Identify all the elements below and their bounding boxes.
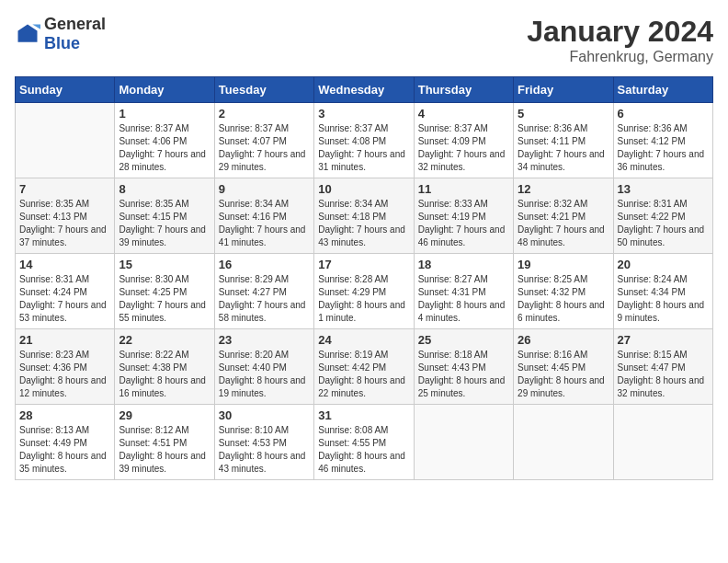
- weekday-header-cell: Wednesday: [314, 77, 414, 103]
- day-info: Sunrise: 8:15 AMSunset: 4:47 PMDaylight:…: [618, 349, 709, 400]
- calendar-body: 1Sunrise: 8:37 AMSunset: 4:06 PMDaylight…: [16, 103, 713, 480]
- weekday-header-cell: Monday: [115, 77, 214, 103]
- day-number: 16: [219, 258, 310, 271]
- calendar-day-cell: [514, 405, 613, 480]
- day-info: Sunrise: 8:33 AMSunset: 4:19 PMDaylight:…: [418, 198, 509, 249]
- calendar-day-cell: 24Sunrise: 8:19 AMSunset: 4:42 PMDayligh…: [314, 329, 414, 405]
- day-number: 19: [518, 258, 609, 271]
- calendar-day-cell: 9Sunrise: 8:34 AMSunset: 4:16 PMDaylight…: [214, 178, 313, 254]
- calendar-day-cell: 18Sunrise: 8:27 AMSunset: 4:31 PMDayligh…: [414, 254, 513, 329]
- calendar-day-cell: 31Sunrise: 8:08 AMSunset: 4:55 PMDayligh…: [314, 405, 414, 480]
- calendar-day-cell: [613, 405, 712, 480]
- day-info: Sunrise: 8:30 AMSunset: 4:25 PMDaylight:…: [119, 273, 210, 325]
- day-info: Sunrise: 8:12 AMSunset: 4:51 PMDaylight:…: [119, 424, 210, 476]
- day-number: 31: [318, 408, 409, 422]
- weekday-header-row: SundayMondayTuesdayWednesdayThursdayFrid…: [16, 77, 713, 103]
- calendar-week-row: 21Sunrise: 8:23 AMSunset: 4:36 PMDayligh…: [16, 329, 713, 405]
- page-header: General Blue January 2024 Fahrenkrug, Ge…: [15, 15, 713, 65]
- day-number: 1: [119, 107, 210, 121]
- calendar-day-cell: 12Sunrise: 8:32 AMSunset: 4:21 PMDayligh…: [514, 178, 613, 254]
- calendar-day-cell: 22Sunrise: 8:22 AMSunset: 4:38 PMDayligh…: [115, 329, 214, 405]
- day-number: 22: [119, 333, 210, 347]
- day-number: 9: [219, 182, 310, 196]
- day-info: Sunrise: 8:37 AMSunset: 4:08 PMDaylight:…: [318, 122, 409, 174]
- calendar-day-cell: 2Sunrise: 8:37 AMSunset: 4:07 PMDaylight…: [214, 103, 313, 178]
- day-number: 28: [19, 408, 110, 422]
- day-number: 8: [119, 182, 210, 196]
- calendar-week-row: 28Sunrise: 8:13 AMSunset: 4:49 PMDayligh…: [16, 405, 713, 480]
- day-number: 6: [618, 107, 709, 121]
- day-info: Sunrise: 8:32 AMSunset: 4:21 PMDaylight:…: [518, 198, 609, 249]
- day-number: 20: [618, 258, 709, 271]
- day-info: Sunrise: 8:19 AMSunset: 4:42 PMDaylight:…: [318, 349, 409, 400]
- day-number: 10: [318, 182, 409, 196]
- calendar-day-cell: [16, 103, 115, 178]
- logo-general: General: [44, 15, 106, 33]
- calendar-day-cell: 13Sunrise: 8:31 AMSunset: 4:22 PMDayligh…: [613, 178, 712, 254]
- day-number: 27: [618, 333, 709, 347]
- day-info: Sunrise: 8:35 AMSunset: 4:13 PMDaylight:…: [19, 198, 110, 249]
- calendar-day-cell: 21Sunrise: 8:23 AMSunset: 4:36 PMDayligh…: [16, 329, 115, 405]
- calendar-day-cell: 25Sunrise: 8:18 AMSunset: 4:43 PMDayligh…: [414, 329, 513, 405]
- day-number: 11: [418, 182, 509, 196]
- logo: General Blue: [15, 15, 106, 53]
- day-number: 18: [418, 258, 509, 271]
- day-number: 30: [219, 408, 310, 422]
- calendar-day-cell: 16Sunrise: 8:29 AMSunset: 4:27 PMDayligh…: [214, 254, 313, 329]
- calendar-day-cell: 5Sunrise: 8:36 AMSunset: 4:11 PMDaylight…: [514, 103, 613, 178]
- calendar-day-cell: 15Sunrise: 8:30 AMSunset: 4:25 PMDayligh…: [115, 254, 214, 329]
- calendar-day-cell: 28Sunrise: 8:13 AMSunset: 4:49 PMDayligh…: [16, 405, 115, 480]
- day-number: 24: [318, 333, 409, 347]
- day-number: 7: [19, 182, 110, 196]
- day-info: Sunrise: 8:18 AMSunset: 4:43 PMDaylight:…: [418, 349, 509, 400]
- calendar-day-cell: 6Sunrise: 8:36 AMSunset: 4:12 PMDaylight…: [613, 103, 712, 178]
- calendar-day-cell: 4Sunrise: 8:37 AMSunset: 4:09 PMDaylight…: [414, 103, 513, 178]
- day-info: Sunrise: 8:34 AMSunset: 4:18 PMDaylight:…: [318, 198, 409, 249]
- calendar-day-cell: 17Sunrise: 8:28 AMSunset: 4:29 PMDayligh…: [314, 254, 414, 329]
- day-info: Sunrise: 8:37 AMSunset: 4:09 PMDaylight:…: [418, 122, 509, 174]
- day-number: 15: [119, 258, 210, 271]
- day-info: Sunrise: 8:20 AMSunset: 4:40 PMDaylight:…: [219, 349, 310, 400]
- day-info: Sunrise: 8:23 AMSunset: 4:36 PMDaylight:…: [19, 349, 110, 400]
- calendar-day-cell: 10Sunrise: 8:34 AMSunset: 4:18 PMDayligh…: [314, 178, 414, 254]
- day-info: Sunrise: 8:28 AMSunset: 4:29 PMDaylight:…: [318, 273, 409, 325]
- day-info: Sunrise: 8:29 AMSunset: 4:27 PMDaylight:…: [219, 273, 310, 325]
- day-info: Sunrise: 8:37 AMSunset: 4:07 PMDaylight:…: [219, 122, 310, 174]
- logo-blue: Blue: [44, 34, 80, 52]
- day-number: 21: [19, 333, 110, 347]
- day-info: Sunrise: 8:22 AMSunset: 4:38 PMDaylight:…: [119, 349, 210, 400]
- calendar-day-cell: 27Sunrise: 8:15 AMSunset: 4:47 PMDayligh…: [613, 329, 712, 405]
- day-info: Sunrise: 8:16 AMSunset: 4:45 PMDaylight:…: [518, 349, 609, 400]
- day-number: 26: [518, 333, 609, 347]
- svg-marker-0: [18, 25, 38, 42]
- day-number: 5: [518, 107, 609, 121]
- day-number: 29: [119, 408, 210, 422]
- calendar-day-cell: 19Sunrise: 8:25 AMSunset: 4:32 PMDayligh…: [514, 254, 613, 329]
- day-number: 12: [518, 182, 609, 196]
- day-number: 4: [418, 107, 509, 121]
- logo-icon: [15, 21, 40, 47]
- day-info: Sunrise: 8:31 AMSunset: 4:22 PMDaylight:…: [618, 198, 709, 249]
- day-info: Sunrise: 8:34 AMSunset: 4:16 PMDaylight:…: [219, 198, 310, 249]
- day-info: Sunrise: 8:35 AMSunset: 4:15 PMDaylight:…: [119, 198, 210, 249]
- calendar-day-cell: 11Sunrise: 8:33 AMSunset: 4:19 PMDayligh…: [414, 178, 513, 254]
- location-title: Fahrenkrug, Germany: [527, 49, 713, 65]
- calendar-day-cell: 1Sunrise: 8:37 AMSunset: 4:06 PMDaylight…: [115, 103, 214, 178]
- weekday-header-cell: Thursday: [414, 77, 513, 103]
- weekday-header-cell: Sunday: [16, 77, 115, 103]
- calendar-day-cell: 23Sunrise: 8:20 AMSunset: 4:40 PMDayligh…: [214, 329, 313, 405]
- day-info: Sunrise: 8:13 AMSunset: 4:49 PMDaylight:…: [19, 424, 110, 476]
- day-info: Sunrise: 8:24 AMSunset: 4:34 PMDaylight:…: [618, 273, 709, 325]
- day-info: Sunrise: 8:10 AMSunset: 4:53 PMDaylight:…: [219, 424, 310, 476]
- calendar-day-cell: 14Sunrise: 8:31 AMSunset: 4:24 PMDayligh…: [16, 254, 115, 329]
- day-info: Sunrise: 8:36 AMSunset: 4:11 PMDaylight:…: [518, 122, 609, 174]
- day-number: 17: [318, 258, 409, 271]
- calendar-day-cell: 8Sunrise: 8:35 AMSunset: 4:15 PMDaylight…: [115, 178, 214, 254]
- day-number: 2: [219, 107, 310, 121]
- calendar-day-cell: [414, 405, 513, 480]
- calendar-table: SundayMondayTuesdayWednesdayThursdayFrid…: [15, 76, 713, 480]
- day-info: Sunrise: 8:08 AMSunset: 4:55 PMDaylight:…: [318, 424, 409, 476]
- day-info: Sunrise: 8:27 AMSunset: 4:31 PMDaylight:…: [418, 273, 509, 325]
- weekday-header-cell: Tuesday: [214, 77, 313, 103]
- calendar-day-cell: 30Sunrise: 8:10 AMSunset: 4:53 PMDayligh…: [214, 405, 313, 480]
